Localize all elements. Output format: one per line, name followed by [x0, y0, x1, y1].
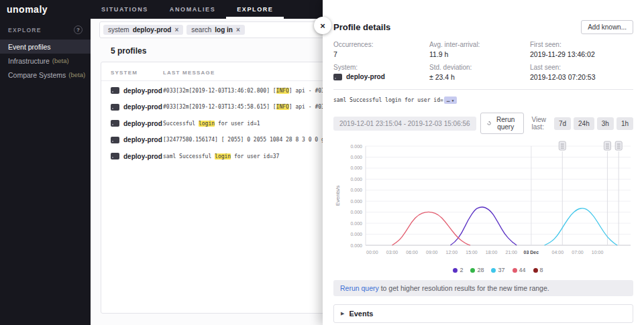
series-37 — [545, 208, 618, 245]
sidebar-item-event-profiles[interactable]: Event profiles — [0, 40, 91, 54]
system-icon — [111, 87, 119, 94]
view-last-7d[interactable]: 7d — [554, 117, 571, 130]
message-text: #033[32m[2019-12-03T13:46:02.800] [ — [163, 88, 276, 94]
message-text: [32477580.156174] [ 2055] 0 2055 1084 28… — [163, 137, 325, 143]
message-text: #033[32m[2019-12-03T13:45:58.615] [ — [163, 104, 276, 110]
profile-stats: Occurrences: 7 Avg. inter-arrival: 11.9 … — [333, 41, 633, 81]
y-tick-label: 0.000 — [350, 188, 362, 192]
panel-header: Profile details Add known... — [333, 20, 633, 34]
stat-label: Avg. inter-arrival: — [429, 41, 530, 48]
x-tick-label: 09:00 — [426, 250, 438, 255]
view-last-3h[interactable]: 3h — [597, 117, 614, 130]
nav-tab-situations[interactable]: SITUATIONS — [91, 0, 159, 19]
series-44 — [392, 212, 471, 245]
y-tick-label: 0.000 — [350, 243, 362, 248]
rerun-query-link[interactable]: Rerun query — [340, 284, 379, 292]
main-nav: SITUATIONS ANOMALIES EXPLORE — [91, 0, 284, 19]
caret-down-icon: ▼ — [452, 99, 454, 103]
x-tick-label: 04:00 — [552, 250, 564, 255]
filter-value: log in — [215, 26, 233, 34]
beta-tag: (beta) — [68, 71, 85, 78]
legend-label: 2 — [460, 267, 463, 273]
filter-value: deploy-prod — [133, 26, 172, 34]
profile-log-line: saml Successful login for user id=…▼ — [333, 96, 633, 104]
close-panel-button[interactable]: × — [314, 17, 331, 34]
system-cell: deploy-prod — [111, 136, 163, 143]
legend-label: 28 — [477, 267, 484, 273]
x-tick-label: 21:00 — [505, 250, 517, 255]
remove-filter-icon[interactable]: × — [174, 26, 178, 34]
message-text: for user id=37 — [231, 153, 279, 159]
annotation-marker[interactable] — [615, 141, 622, 150]
message-text: for user id=1 — [215, 121, 260, 127]
legend-item: 28 — [470, 267, 484, 273]
legend-item: 8 — [533, 267, 543, 273]
y-tick-label: 0.000 — [350, 221, 362, 226]
log-text: saml Successful login for user id= — [333, 97, 443, 103]
divider — [333, 89, 633, 90]
column-header-system: SYSTEM — [111, 70, 163, 76]
legend-item: 37 — [491, 267, 504, 273]
stat-value: ± 23.4 h — [429, 73, 530, 81]
nav-tab-explore[interactable]: EXPLORE — [226, 0, 284, 19]
stat-system: System: deploy-prod — [333, 64, 429, 81]
legend-dot — [533, 268, 538, 273]
annotation-marker[interactable] — [559, 141, 566, 150]
annotation-marker[interactable] — [604, 141, 610, 150]
filter-key: search — [191, 26, 211, 34]
chart-container: 0.0000.0000.0000.0000.0000.0000.0000.000… — [333, 139, 633, 273]
view-last-1h[interactable]: 1h — [616, 117, 633, 130]
time-controls: 2019-12-01 23:15:04 - 2019-12-03 15:06:5… — [333, 113, 633, 134]
system-icon — [111, 137, 119, 143]
stat-value: deploy-prod — [333, 73, 429, 80]
view-last-24h[interactable]: 24h — [574, 117, 594, 130]
panel-title: Profile details — [333, 22, 390, 32]
rerun-query-button[interactable]: Rerun query — [480, 113, 524, 134]
log-param-dropdown[interactable]: …▼ — [444, 96, 457, 104]
add-known-button[interactable]: Add known... — [581, 20, 633, 34]
column-header-last-message: LAST MESSAGE — [163, 70, 215, 76]
system-name: deploy-prod — [123, 87, 162, 94]
x-tick-label: 03:00 — [386, 250, 398, 255]
stat-label: System: — [333, 64, 429, 71]
system-icon — [111, 153, 119, 159]
y-tick-label: 0.000 — [350, 210, 362, 214]
stat-label: First seen: — [530, 41, 633, 48]
x-tick-label: 00:00 — [366, 250, 378, 255]
events-section-toggle[interactable]: ▶ Events — [333, 304, 633, 323]
sidebar-item-compare-systems[interactable]: Compare Systems (beta) — [0, 68, 91, 82]
legend-label: 37 — [498, 267, 504, 273]
log-param-value: … — [447, 97, 450, 103]
legend-dot — [453, 268, 458, 273]
legend-dot — [513, 268, 517, 273]
system-name: deploy-prod — [123, 120, 162, 127]
help-icon[interactable]: ? — [74, 25, 83, 34]
y-tick-label: 0.000 — [350, 166, 362, 170]
y-tick-label: 0.000 — [350, 155, 362, 159]
expand-triangle-icon: ▶ — [341, 311, 344, 316]
x-tick-label: 06:00 — [406, 250, 418, 255]
sidebar-item-label: Infrastructure — [8, 57, 50, 65]
rerun-info-bar: Rerun query to get higher resolution res… — [333, 280, 633, 296]
message-highlight: INFO — [276, 88, 289, 94]
system-name: deploy-prod — [123, 136, 162, 143]
message-text: saml Successful — [163, 153, 215, 159]
close-icon: × — [320, 21, 325, 31]
message-highlight: INFO — [276, 104, 289, 110]
stat-std-deviation: Std. deviation: ± 23.4 h — [429, 64, 530, 81]
stat-value: 11.9 h — [429, 50, 530, 58]
stat-first-seen: First seen: 2019-11-29 13:46:02 — [530, 41, 633, 58]
rerun-query-label: Rerun query — [494, 116, 517, 131]
profile-details-panel: × Profile details Add known... Occurrenc… — [323, 0, 644, 325]
x-tick-label: 03 Dec — [524, 250, 539, 255]
message-highlight: login — [199, 121, 215, 127]
system-name: deploy-prod — [123, 153, 162, 160]
sidebar-item-infrastructure[interactable]: Infrastructure (beta) — [0, 54, 91, 68]
events-section-label: Events — [349, 310, 373, 318]
stat-occurrences: Occurrences: 7 — [333, 41, 429, 58]
sidebar-item-label: Event profiles — [8, 43, 51, 51]
remove-filter-icon[interactable]: × — [236, 26, 240, 34]
stat-avg-inter-arrival: Avg. inter-arrival: 11.9 h — [429, 41, 530, 58]
stat-value: 2019-11-29 13:46:02 — [530, 50, 633, 58]
nav-tab-anomalies[interactable]: ANOMALIES — [159, 0, 226, 19]
